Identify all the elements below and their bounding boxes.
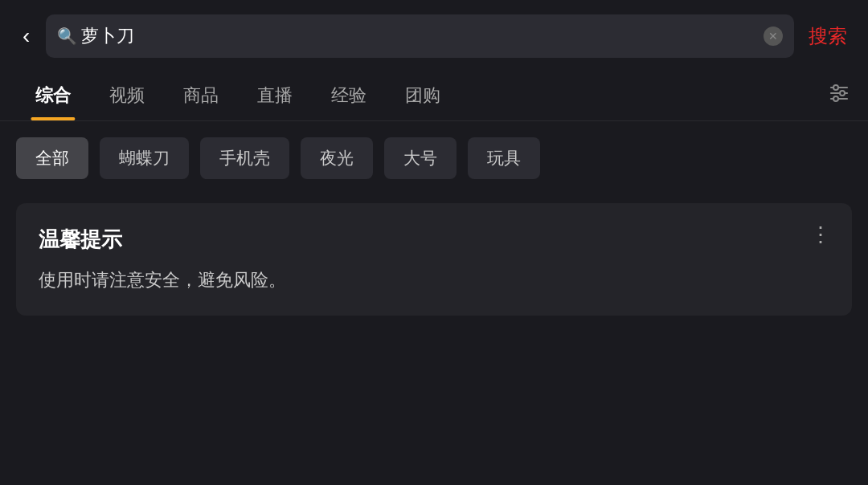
chip-glow[interactable]: 夜光 [301,137,373,179]
tab-video[interactable]: 视频 [90,69,164,120]
back-button[interactable]: ‹ [16,22,36,51]
search-bar-wrapper: 🔍 ✕ [46,14,794,58]
chip-butterfly[interactable]: 蝴蝶刀 [100,137,189,179]
tab-group[interactable]: 团购 [386,69,460,120]
tab-experience[interactable]: 经验 [312,69,386,120]
chip-toy[interactable]: 玩具 [468,137,540,179]
chip-large[interactable]: 大号 [384,137,457,179]
notice-body: 使用时请注意安全，避免风险。 [39,267,829,293]
chip-phone-case[interactable]: 手机壳 [200,137,289,179]
notice-title: 温馨提示 [39,226,829,254]
notice-card: 温馨提示 使用时请注意安全，避免风险。 ⋮ [16,203,852,316]
clear-button[interactable]: ✕ [764,26,783,46]
svg-point-5 [833,96,838,101]
tab-goods[interactable]: 商品 [164,69,238,120]
tab-comprehensive[interactable]: 综合 [16,69,90,120]
chips-container: 全部 蝴蝶刀 手机壳 夜光 大号 玩具 [0,121,868,195]
tabs-container: 综合 视频 商品 直播 经验 团购 [0,69,868,121]
search-submit-button[interactable]: 搜索 [804,20,852,52]
chip-all[interactable]: 全部 [16,137,88,179]
header: ‹ 🔍 ✕ 搜索 [0,0,868,69]
search-input[interactable] [46,14,794,58]
svg-point-3 [833,85,838,90]
tab-live[interactable]: 直播 [238,69,312,120]
svg-point-4 [840,91,845,96]
notice-more-button[interactable]: ⋮ [810,222,833,247]
filter-icon[interactable] [817,70,852,120]
